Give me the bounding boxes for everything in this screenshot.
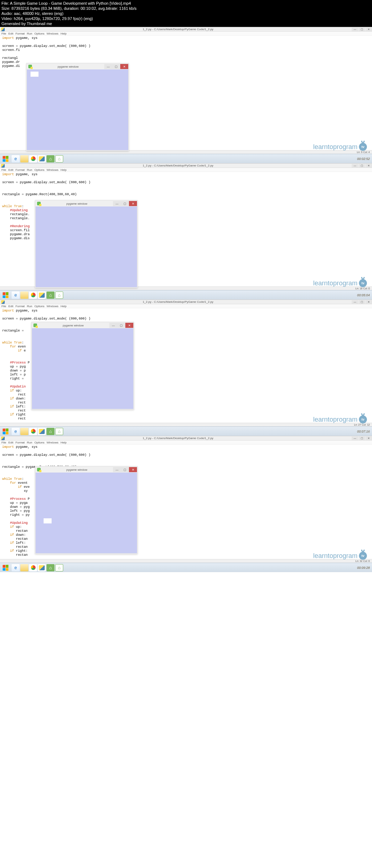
menu-item[interactable]: Help <box>61 441 66 444</box>
menu-item[interactable]: Help <box>61 168 66 172</box>
menu-item[interactable]: Edit <box>8 32 13 35</box>
close-button[interactable]: ✕ <box>129 201 137 206</box>
chrome-icon[interactable] <box>29 155 37 162</box>
pygame-titlebar[interactable]: pygame window — ▢ ✕ <box>36 201 137 206</box>
idle-titlebar[interactable]: 1_2.py - C:/Users/Mark/Desktop/PyGame Co… <box>0 164 372 168</box>
minimize-button[interactable]: — <box>352 437 358 440</box>
idle-menu[interactable]: FileEditFormatRunOptionsWindowsHelp <box>0 32 372 36</box>
menu-item[interactable]: Windows <box>46 441 58 444</box>
close-button[interactable]: ✕ <box>365 164 372 168</box>
python-file-icon[interactable] <box>38 428 46 435</box>
maximize-button[interactable]: ▢ <box>359 300 365 304</box>
start-button[interactable] <box>0 563 11 572</box>
idle-titlebar[interactable]: 1_2.py - C:/Users/Mark/Desktop/PyGame Co… <box>0 27 372 32</box>
menu-item[interactable]: Edit <box>8 168 13 172</box>
camtasia-rec-icon[interactable]: ⌂ <box>55 428 63 435</box>
menu-item[interactable]: Windows <box>46 305 58 308</box>
minimize-button[interactable]: — <box>352 28 358 31</box>
menu-item[interactable]: Help <box>61 32 66 35</box>
taskbar[interactable]: e ⌂ ⌂ 00:02:52 <box>0 154 372 163</box>
python-file-icon[interactable] <box>38 292 46 299</box>
menu-item[interactable]: Options <box>35 305 45 308</box>
idle-menu[interactable]: FileEditFormatRunOptionsWindowsHelp <box>0 168 372 172</box>
pygame-canvas[interactable] <box>36 473 137 553</box>
pygame-canvas[interactable] <box>27 69 128 150</box>
idle-menu[interactable]: FileEditFormatRunOptionsWindowsHelp <box>0 304 372 308</box>
minimize-button[interactable]: — <box>113 201 121 206</box>
pygame-titlebar[interactable]: pygame window — ▢ ✕ <box>27 64 128 69</box>
pygame-window[interactable]: pygame window — ▢ ✕ <box>31 322 134 410</box>
maximize-button[interactable]: ▢ <box>359 164 365 168</box>
idle-titlebar[interactable]: 1_2.py - C:/Users/Mark/Desktop/PyGame Co… <box>0 300 372 304</box>
maximize-button[interactable]: ▢ <box>121 201 129 206</box>
close-button[interactable]: ✕ <box>365 437 372 440</box>
menu-item[interactable]: Format <box>16 305 25 308</box>
chrome-icon[interactable] <box>29 292 37 299</box>
pygame-window[interactable]: pygame window — ▢ ✕ <box>35 200 138 288</box>
menu-item[interactable]: File <box>1 168 6 172</box>
minimize-button[interactable]: — <box>352 164 358 168</box>
menu-item[interactable]: Run <box>27 32 32 35</box>
camtasia-rec-icon[interactable]: ⌂ <box>55 292 63 299</box>
close-button[interactable]: ✕ <box>365 300 372 304</box>
explorer-icon[interactable] <box>20 428 28 435</box>
menu-item[interactable]: Options <box>35 32 45 35</box>
menu-item[interactable]: Format <box>16 441 25 444</box>
pygame-titlebar[interactable]: pygame window — ▢ ✕ <box>32 322 133 328</box>
menu-item[interactable]: File <box>1 305 6 308</box>
maximize-button[interactable]: ▢ <box>121 467 129 472</box>
maximize-button[interactable]: ▢ <box>359 437 365 440</box>
camtasia-rec-icon[interactable]: ⌂ <box>55 155 63 162</box>
menu-item[interactable]: Run <box>27 305 32 308</box>
menu-item[interactable]: Run <box>27 168 32 172</box>
start-button[interactable] <box>0 154 11 164</box>
ie-icon[interactable]: e <box>12 428 20 435</box>
ie-icon[interactable]: e <box>12 564 20 571</box>
python-file-icon[interactable] <box>38 155 46 162</box>
menu-item[interactable]: Windows <box>46 32 58 35</box>
python-file-icon[interactable] <box>38 564 46 571</box>
menu-item[interactable]: Format <box>16 32 25 35</box>
explorer-icon[interactable] <box>20 155 28 162</box>
menu-item[interactable]: File <box>1 32 6 35</box>
close-button[interactable]: ✕ <box>125 323 133 328</box>
idle-titlebar[interactable]: 1_2.py - C:/Users/Mark/Desktop/PyGame Co… <box>0 436 372 441</box>
menu-item[interactable]: Help <box>61 305 66 308</box>
ie-icon[interactable]: e <box>12 292 20 299</box>
chrome-icon[interactable] <box>29 564 37 571</box>
taskbar[interactable]: e ⌂ ⌂ 00:07:16 <box>0 426 372 436</box>
maximize-button[interactable]: ▢ <box>359 28 365 31</box>
minimize-button[interactable]: — <box>109 323 117 328</box>
menu-item[interactable]: Options <box>35 441 45 444</box>
explorer-icon[interactable] <box>20 292 28 299</box>
camtasia-rec-icon[interactable]: ⌂ <box>55 564 63 571</box>
menu-item[interactable]: Edit <box>8 305 13 308</box>
camtasia-icon[interactable]: ⌂ <box>46 155 54 162</box>
close-button[interactable]: ✕ <box>365 28 372 31</box>
pygame-canvas[interactable] <box>32 328 133 409</box>
menu-item[interactable]: Options <box>35 168 45 172</box>
minimize-button[interactable]: — <box>113 467 121 472</box>
menu-item[interactable]: File <box>1 441 6 444</box>
explorer-icon[interactable] <box>20 564 28 571</box>
taskbar[interactable]: e ⌂ ⌂ 00:05:04 <box>0 290 372 300</box>
pygame-titlebar[interactable]: pygame window — ▢ ✕ <box>36 467 137 473</box>
menu-item[interactable]: Format <box>16 168 25 172</box>
start-button[interactable] <box>0 427 11 436</box>
menu-item[interactable]: Edit <box>8 441 13 444</box>
camtasia-icon[interactable]: ⌂ <box>46 564 54 571</box>
pygame-window[interactable]: pygame window — ▢ ✕ <box>35 466 138 554</box>
taskbar[interactable]: e ⌂ ⌂ 00:09:28 <box>0 563 372 572</box>
maximize-button[interactable]: ▢ <box>112 64 120 69</box>
pygame-canvas[interactable] <box>36 206 137 287</box>
menu-item[interactable]: Windows <box>46 168 58 172</box>
close-button[interactable]: ✕ <box>129 467 137 472</box>
ie-icon[interactable]: e <box>12 155 20 162</box>
pygame-window[interactable]: pygame window — ▢ ✕ <box>26 63 129 151</box>
camtasia-icon[interactable]: ⌂ <box>46 428 54 435</box>
minimize-button[interactable]: — <box>104 64 112 69</box>
menu-item[interactable]: Run <box>27 441 32 444</box>
camtasia-icon[interactable]: ⌂ <box>46 292 54 299</box>
maximize-button[interactable]: ▢ <box>117 323 125 328</box>
idle-menu[interactable]: FileEditFormatRunOptionsWindowsHelp <box>0 441 372 445</box>
